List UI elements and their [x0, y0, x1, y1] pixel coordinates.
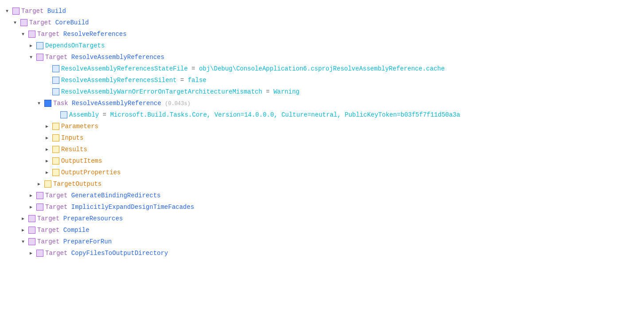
- node-dependsontargets[interactable]: DependsOnTargets: [4, 40, 640, 51]
- label-targetoutputs: TargetOutputs: [53, 180, 101, 188]
- label-inputs: Inputs: [61, 134, 83, 141]
- label-generatebinding: Target GenerateBindingRedirects: [45, 192, 160, 199]
- expander-resolveassemblyrefs[interactable]: [27, 54, 35, 61]
- label-prop-warn: ResolveAssemblyWarnOrErrorOnTargetArchit…: [61, 88, 300, 95]
- expander-outputitems[interactable]: [43, 157, 51, 165]
- expander-inputs[interactable]: [43, 134, 51, 141]
- icon-prop-warn: [52, 88, 59, 95]
- icon-parameters: [52, 123, 59, 130]
- node-inputs[interactable]: Inputs: [4, 132, 640, 144]
- icon-dependsontargets: [36, 42, 43, 49]
- node-implicitlyexpand[interactable]: Target ImplicitlyExpandDesignTimeFacades: [4, 201, 640, 213]
- expander-outputprops[interactable]: [43, 169, 51, 176]
- icon-prepareforrun: [28, 238, 35, 245]
- icon-outputprops: [52, 169, 59, 176]
- icon-corebuild: [20, 19, 27, 26]
- label-copyfiles: Target CopyFilesToOutputDirectory: [45, 250, 168, 257]
- label-parameters: Parameters: [61, 123, 98, 130]
- label-prepareresources: Target PrepareResources: [37, 215, 123, 222]
- icon-build: [12, 8, 20, 15]
- icon-resolveassemblyrefs: [36, 54, 43, 61]
- icon-inputs: [52, 134, 59, 141]
- label-compile: Target Compile: [37, 227, 90, 234]
- node-compile[interactable]: Target Compile: [4, 224, 640, 236]
- node-prop-silent[interactable]: ResolveAssemblyReferencesSilent = false: [4, 74, 640, 86]
- node-prepareresources[interactable]: Target PrepareResources: [4, 213, 640, 224]
- label-implicitlyexpand: Target ImplicitlyExpandDesignTimeFacades: [45, 204, 194, 211]
- icon-task-resolveassemblyref: [44, 100, 51, 107]
- icon-targetoutputs: [44, 180, 51, 188]
- expander-corebuild[interactable]: [12, 19, 19, 26]
- node-corebuild[interactable]: Target CoreBuild: [4, 17, 640, 28]
- icon-results: [52, 146, 59, 153]
- label-outputprops: OutputProperties: [61, 169, 121, 176]
- expander-copyfiles[interactable]: [27, 250, 35, 257]
- icon-copyfiles: [36, 250, 43, 257]
- label-task-resolveassemblyref: Task ResolveAssemblyReference (0.043s): [53, 100, 191, 107]
- label-prop-silent: ResolveAssemblyReferencesSilent = false: [61, 77, 207, 84]
- label-build: Target Build: [21, 8, 66, 15]
- node-build[interactable]: Target Build: [4, 5, 640, 17]
- node-resolveassemblyrefs[interactable]: Target ResolveAssemblyReferences: [4, 51, 640, 63]
- icon-generatebinding: [36, 192, 43, 199]
- icon-compile: [28, 227, 35, 234]
- node-targetoutputs[interactable]: TargetOutputs: [4, 178, 640, 190]
- node-resolvereferences[interactable]: Target ResolveReferences: [4, 28, 640, 40]
- icon-resolvereferences: [28, 31, 35, 38]
- expander-targetoutputs[interactable]: [35, 180, 43, 188]
- node-outputprops[interactable]: OutputProperties: [4, 167, 640, 178]
- expander-prepareforrun[interactable]: [20, 238, 27, 245]
- icon-implicitlyexpand: [36, 204, 43, 211]
- expander-prepareresources[interactable]: [20, 215, 27, 222]
- label-assembly-val: Assembly = Microsoft.Build.Tasks.Core, V…: [69, 111, 460, 118]
- node-generatebinding[interactable]: Target GenerateBindingRedirects: [4, 190, 640, 201]
- label-corebuild: Target CoreBuild: [29, 19, 89, 26]
- expander-compile[interactable]: [20, 227, 27, 234]
- node-outputitems[interactable]: OutputItems: [4, 155, 640, 167]
- node-results[interactable]: Results: [4, 144, 640, 155]
- expander-generatebinding[interactable]: [27, 192, 35, 199]
- expander-task-resolveassemblyref[interactable]: [35, 100, 43, 107]
- node-copyfiles[interactable]: Target CopyFilesToOutputDirectory: [4, 247, 640, 259]
- icon-outputitems: [52, 157, 59, 165]
- icon-prop-statefile: [52, 65, 59, 72]
- label-resolvereferences: Target ResolveReferences: [37, 31, 127, 38]
- expander-implicitlyexpand[interactable]: [27, 204, 35, 211]
- label-prop-statefile: ResolveAssemblyReferencesStateFile = obj…: [61, 65, 445, 72]
- node-prop-statefile[interactable]: ResolveAssemblyReferencesStateFile = obj…: [4, 63, 640, 74]
- icon-prepareresources: [28, 215, 35, 222]
- node-task-resolveassemblyref[interactable]: Task ResolveAssemblyReference (0.043s): [4, 98, 640, 109]
- label-results: Results: [61, 146, 87, 153]
- expander-parameters[interactable]: [43, 123, 51, 130]
- label-outputitems: OutputItems: [61, 157, 102, 165]
- node-prop-warn[interactable]: ResolveAssemblyWarnOrErrorOnTargetArchit…: [4, 86, 640, 98]
- node-parameters[interactable]: Parameters: [4, 121, 640, 132]
- expander-dependsontargets[interactable]: [27, 42, 35, 49]
- label-resolveassemblyrefs: Target ResolveAssemblyReferences: [45, 54, 164, 61]
- label-dependsontargets: DependsOnTargets: [45, 42, 105, 49]
- label-prepareforrun: Target PrepareForRun: [37, 238, 112, 245]
- expander-resolvereferences[interactable]: [20, 31, 27, 38]
- node-assembly-val[interactable]: Assembly = Microsoft.Build.Tasks.Core, V…: [4, 109, 640, 121]
- tree-container: Target Build Target CoreBuild Target Res…: [0, 4, 644, 261]
- expander-build[interactable]: [4, 8, 11, 15]
- node-prepareforrun[interactable]: Target PrepareForRun: [4, 236, 640, 247]
- expander-results[interactable]: [43, 146, 51, 153]
- icon-prop-silent: [52, 77, 59, 84]
- icon-assembly-val: [60, 111, 67, 118]
